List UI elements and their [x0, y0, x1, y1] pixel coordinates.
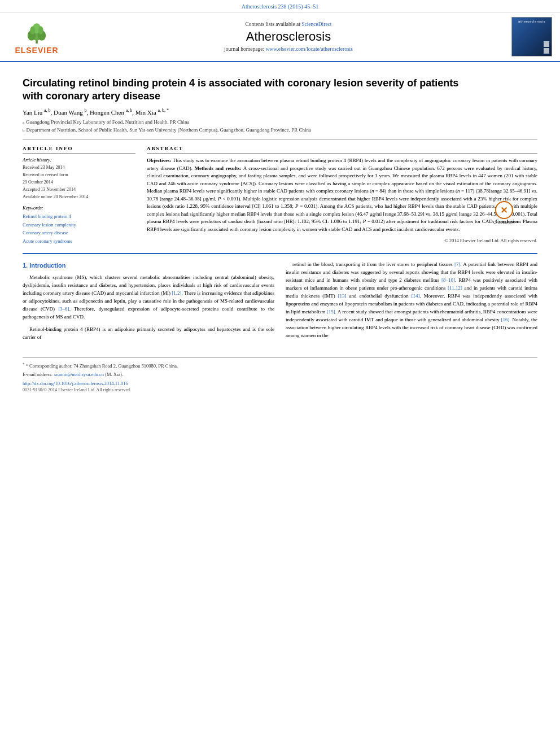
doi-text: http://dx.doi.org/10.1016/j.atherosclero… — [23, 381, 128, 386]
abstract-text: Objectives: This study was to examine th… — [147, 157, 537, 233]
crossmark-icon: ✕ — [500, 205, 508, 216]
ref-16[interactable]: [16] — [501, 317, 510, 322]
date-received: Received 23 May 2014 — [23, 164, 135, 172]
section-divider — [23, 253, 537, 254]
homepage-link[interactable]: www.elsevier.com/locate/atherosclerosis — [265, 46, 353, 52]
email-label: E-mail address: — [23, 372, 54, 377]
body-content: 1. Introduction Metabolic syndrome (MS),… — [23, 261, 537, 346]
journal-info: Contents lists available at ScienceDirec… — [73, 21, 504, 52]
affiliation-b: Department of Nutrition, School of Publi… — [27, 126, 311, 134]
elsevier-branding: ELSEVIER — [6, 19, 68, 55]
ref-14[interactable]: [14] — [412, 293, 420, 299]
email-name: (M. Xia). — [105, 372, 123, 377]
cover-title: atherosclerosis — [517, 20, 546, 24]
contents-text: Contents lists available at — [245, 21, 301, 27]
ref-1-2[interactable]: [1,2] — [172, 290, 181, 296]
elsevier-logo-text: ELSEVIER — [15, 46, 58, 55]
crossmark-badge[interactable]: ✕ CrossMark — [493, 201, 515, 224]
svg-point-5 — [30, 26, 35, 34]
authors-line: Yan Liu a, b, Duan Wang b, Hongen Chen a… — [23, 108, 537, 116]
abstract-panel: ABSTRACT Objectives: This study was to e… — [147, 146, 537, 245]
affiliations: a Guangdong Provincial Key Laboratory of… — [23, 119, 537, 134]
body-col-right: retinol in the blood, transporting it fr… — [286, 261, 537, 346]
homepage-text: journal homepage: — [224, 46, 265, 52]
issn-text: 0021-9150/© 2014 Elsevier Ireland Ltd. A… — [23, 387, 131, 392]
date-available: Available online 20 November 2014 — [23, 194, 135, 201]
keyword-2[interactable]: Coronary lesion complexity — [23, 221, 135, 229]
email-link[interactable]: xiumin@mail.sysu.edu.cn — [54, 372, 104, 377]
ref-11-12[interactable]: [11,12] — [448, 285, 462, 291]
issn-line: 0021-9150/© 2014 Elsevier Ireland Ltd. A… — [23, 387, 537, 392]
journal-citation: Atherosclerosis 238 (2015) 45–51 — [242, 3, 318, 10]
ref-7[interactable]: [7] — [454, 261, 461, 267]
section-1-heading: 1. Introduction — [23, 261, 274, 270]
footnote-email: E-mail address: xiumin@mail.sysu.edu.cn … — [23, 371, 537, 378]
keyword-3[interactable]: Coronary artery disease — [23, 229, 135, 237]
author-yan-liu: Yan Liu — [23, 108, 42, 115]
crossmark-label: CrossMark — [493, 220, 515, 224]
article-info-panel: ARTICLE INFO Article history: Received 2… — [23, 146, 135, 245]
journal-cover: atherosclerosis — [509, 17, 554, 56]
copyright: © 2014 Elsevier Ireland Ltd. All rights … — [147, 238, 537, 243]
intro-para-3: retinol in the blood, transporting it fr… — [286, 261, 537, 339]
ref-13[interactable]: [13] — [338, 293, 347, 299]
intro-para-1: Metabolic syndrome (MS), which clusters … — [23, 274, 274, 321]
author-min-xia: Min Xia — [135, 108, 156, 115]
article-dates: Received 23 May 2014 Received in revised… — [23, 164, 135, 200]
body-col-left: 1. Introduction Metabolic syndrome (MS),… — [23, 261, 274, 346]
keywords-label: Keywords: — [23, 205, 135, 211]
paper-title: Circulating retinol binding protein 4 is… — [23, 77, 474, 103]
ref-15[interactable]: [15] — [327, 309, 335, 314]
history-section: Article history: Received 23 May 2014 Re… — [23, 157, 135, 200]
journal-title: Atherosclerosis — [73, 29, 504, 44]
abstract-title: ABSTRACT — [147, 146, 537, 154]
header-divider — [23, 139, 537, 140]
keyword-1[interactable]: Retinol binding protein 4 — [23, 212, 135, 220]
keywords-section: Keywords: Retinol binding protein 4 Coro… — [23, 205, 135, 245]
section-number: 1. — [23, 262, 29, 269]
intro-para-2: Retinol-binding protein 4 (RBP4) is an a… — [23, 326, 274, 342]
section-title: Introduction — [29, 262, 65, 269]
svg-point-6 — [38, 26, 43, 34]
keyword-4[interactable]: Acute coronary syndrome — [23, 237, 135, 245]
date-revised-label: Received in revised form — [23, 172, 135, 179]
history-label: Article history: — [23, 157, 135, 163]
ref-3-6[interactable]: [3–6] — [58, 306, 69, 312]
affiliation-a: Guangdong Provincial Key Laboratory of F… — [26, 119, 189, 126]
top-bar: Atherosclerosis 238 (2015) 45–51 — [0, 0, 560, 12]
article-info-title: ARTICLE INFO — [23, 146, 135, 154]
ref-8-10[interactable]: [8–10] — [441, 277, 455, 283]
journal-header: ELSEVIER Contents lists available at Sci… — [0, 12, 560, 62]
footnote-area: * * Corresponding author. 74 Zhongshan R… — [23, 357, 537, 392]
sciencedirect-link[interactable]: ScienceDirect — [301, 21, 331, 27]
author-hongen-chen: Hongen Chen — [90, 108, 124, 115]
author-duan-wang: Duan Wang — [54, 108, 83, 115]
date-revised: 29 October 2014 — [23, 179, 135, 186]
date-accepted: Accepted 13 November 2014 — [23, 186, 135, 194]
corresponding-text: * Corresponding author. 74 Zhongshan Roa… — [26, 363, 178, 369]
article-info-abstract: ARTICLE INFO Article history: Received 2… — [23, 146, 537, 245]
footnote-corresponding: * * Corresponding author. 74 Zhongshan R… — [23, 361, 537, 370]
doi-line[interactable]: http://dx.doi.org/10.1016/j.atherosclero… — [23, 381, 537, 386]
